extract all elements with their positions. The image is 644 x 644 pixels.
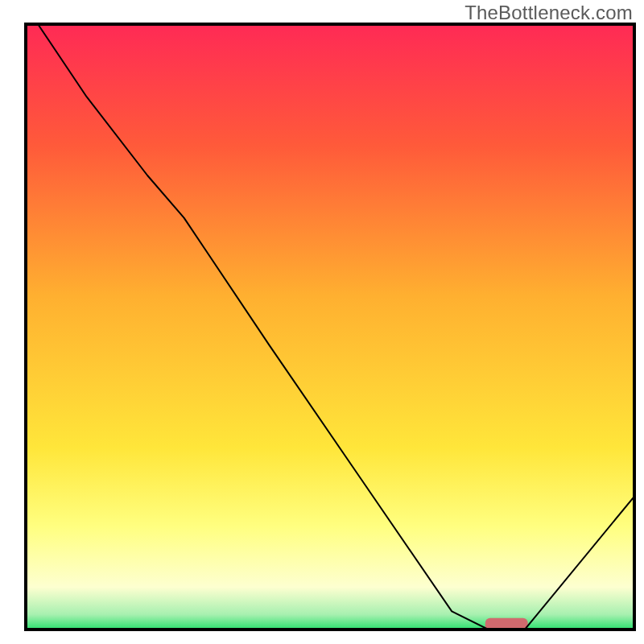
watermark-text: TheBottleneck.com (464, 2, 633, 24)
gradient-background (26, 24, 634, 630)
bottleneck-chart (0, 0, 644, 644)
chart-container: TheBottleneck.com (0, 0, 644, 644)
